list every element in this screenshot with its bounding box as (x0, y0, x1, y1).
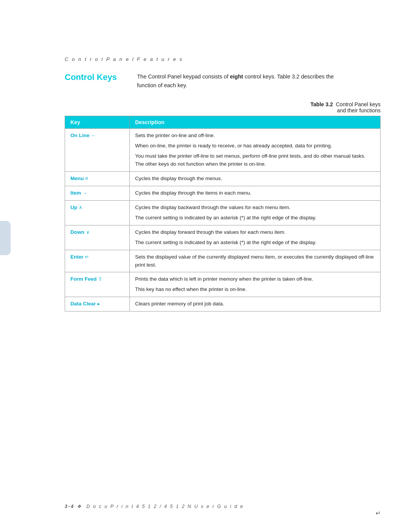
table-number: Table 3.2 (311, 101, 333, 107)
desc-para: Sets the displayed value of the currentl… (135, 253, 375, 269)
section-header: Control Keys The Control Panel keypad co… (65, 72, 381, 90)
section-title: Control Keys (65, 72, 126, 82)
key-cell-5: Enter ↵ (65, 250, 130, 272)
footer-title: D o c u P r i n t 4 5 1 2 / 4 5 1 2 N U … (86, 504, 244, 509)
key-icon-3: ∧ (79, 204, 83, 210)
key-icon-2: → (83, 190, 88, 196)
desc-cell-7: Clears printer memory of print job data. (130, 297, 381, 312)
left-tab (0, 221, 11, 255)
table-title-row: Table 3.2 Control Panel keys and their f… (65, 101, 381, 113)
col-header-description: Description (130, 116, 381, 129)
desc-para: Cycles the display through the items in … (135, 189, 375, 197)
key-icon-0: ← (91, 133, 96, 138)
breadcrumb: C o n t r o l P a n e l F e a t u r e s (65, 56, 183, 62)
intro-text-1: The Control Panel keypad consists of (137, 73, 230, 80)
table-header-row: Key Description (65, 116, 381, 129)
desc-para: You must take the printer off-line to se… (135, 152, 375, 168)
key-label-6: Form Feed (70, 276, 97, 282)
key-cell-7: Data Clear ▸ (65, 297, 130, 312)
desc-para: Cycles the display through the menus. (135, 175, 375, 183)
key-icon-5: ↵ (85, 254, 89, 260)
table-caption-line2: and their functions (337, 107, 381, 113)
table-row: Menu ≡Cycles the display through the men… (65, 172, 381, 186)
key-cell-2: Item → (65, 186, 130, 200)
table-row: Up ∧Cycles the display backward through … (65, 200, 381, 225)
desc-cell-0: Sets the printer on-line and off-line.Wh… (130, 129, 381, 172)
key-label-4: Down (70, 229, 84, 235)
footer-corner-icon: ↵ (376, 510, 381, 517)
key-cell-3: Up ∧ (65, 200, 130, 225)
intro-bold: eight (230, 73, 243, 80)
desc-para: Prints the data which is left in printer… (135, 275, 375, 283)
footer-diamond: ❖ (77, 503, 82, 509)
table-row: Form Feed ⇧Prints the data which is left… (65, 272, 381, 297)
key-cell-4: Down ∨ (65, 225, 130, 250)
desc-cell-3: Cycles the display backward through the … (130, 200, 381, 225)
key-icon-1: ≡ (85, 176, 88, 181)
footer-page: 3-4 (65, 504, 75, 509)
key-label-7: Data Clear (70, 301, 96, 307)
key-label-5: Enter (70, 254, 84, 260)
table-row: Item →Cycles the display through the ite… (65, 186, 381, 200)
desc-para: Cycles the display backward through the … (135, 204, 375, 212)
table-row: Data Clear ▸Clears printer memory of pri… (65, 297, 381, 312)
table-title: Table 3.2 Control Panel keys and their f… (311, 101, 381, 113)
footer: 3-4 ❖ D o c u P r i n t 4 5 1 2 / 4 5 1 … (65, 503, 381, 509)
desc-para: The current setting is indicated by an a… (135, 239, 375, 247)
key-icon-7: ▸ (97, 301, 100, 307)
desc-para: The current setting is indicated by an a… (135, 214, 375, 222)
main-content: Control Keys The Control Panel keypad co… (65, 72, 381, 312)
key-label-0: On Line (70, 133, 89, 138)
table-row: Down ∨Cycles the display forward through… (65, 225, 381, 250)
table-row: Enter ↵Sets the displayed value of the c… (65, 250, 381, 272)
key-cell-6: Form Feed ⇧ (65, 272, 130, 297)
key-icon-6: ⇧ (98, 276, 102, 282)
key-cell-0: On Line ← (65, 129, 130, 172)
section-intro: The Control Panel keypad consists of eig… (137, 72, 346, 90)
desc-cell-1: Cycles the display through the menus. (130, 172, 381, 186)
key-label-3: Up (70, 204, 77, 210)
key-label-2: Item (70, 190, 81, 196)
desc-para: This key has no effect when the printer … (135, 286, 375, 294)
key-cell-1: Menu ≡ (65, 172, 130, 186)
desc-para: Clears printer memory of print job data. (135, 300, 375, 308)
desc-para: When on-line, the printer is ready to re… (135, 142, 375, 150)
control-table: Key Description On Line ←Sets the printe… (65, 116, 381, 312)
key-icon-4: ∨ (86, 229, 90, 235)
table-caption-line1: Control Panel keys (336, 101, 381, 107)
page: C o n t r o l P a n e l F e a t u r e s … (0, 0, 411, 532)
key-label-1: Menu (70, 176, 84, 181)
table-row: On Line ←Sets the printer on-line and of… (65, 129, 381, 172)
desc-para: Cycles the display forward through the v… (135, 228, 375, 236)
desc-cell-6: Prints the data which is left in printer… (130, 272, 381, 297)
desc-para: Sets the printer on-line and off-line. (135, 132, 375, 140)
desc-cell-5: Sets the displayed value of the currentl… (130, 250, 381, 272)
desc-cell-4: Cycles the display forward through the v… (130, 225, 381, 250)
col-header-key: Key (65, 116, 130, 129)
desc-cell-2: Cycles the display through the items in … (130, 186, 381, 200)
